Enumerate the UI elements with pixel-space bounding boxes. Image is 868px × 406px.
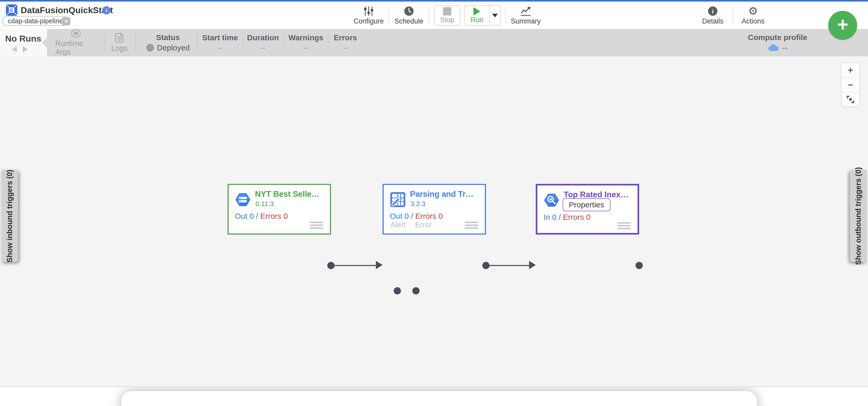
- node-parsing-transform[interactable]: Parsing and Tr… 3.2.3 Out 0 / Errors 0 A…: [382, 184, 486, 235]
- outbound-triggers-tab[interactable]: Show outbound triggers (0): [850, 170, 866, 262]
- node-metrics: Out 0 / Errors 0: [390, 212, 443, 221]
- node2-alert-port[interactable]: [394, 287, 401, 294]
- no-runs-label: No Runs: [5, 34, 41, 44]
- status-value: Deployed: [157, 43, 190, 52]
- errors-value: --: [343, 44, 348, 52]
- add-tag-button[interactable]: +: [62, 17, 70, 25]
- details-button[interactable]: i Details: [698, 6, 728, 25]
- run-navigation-flag: No Runs: [0, 29, 47, 56]
- compute-profile-value-row: --: [768, 43, 787, 52]
- edge-arrowhead-icon: [376, 261, 382, 269]
- duration-label: Duration: [247, 33, 279, 42]
- sliders-icon: [363, 6, 374, 16]
- node1-output-port[interactable]: [327, 262, 335, 269]
- node-version: 0.11.3: [255, 200, 274, 208]
- run-level-bar: No Runs M Runtime Args Logs Status Deplo…: [0, 29, 868, 56]
- alert-port-label: Alert: [390, 221, 406, 229]
- runbar-separator: [104, 34, 105, 52]
- zoom-out-button[interactable]: −: [842, 77, 859, 92]
- toolbar-separator: [733, 7, 733, 24]
- inbound-triggers-tab[interactable]: Show inbound triggers (0): [2, 170, 18, 262]
- error-port-label: Error: [415, 221, 432, 229]
- node-title: NYT Best Selle…: [255, 190, 319, 199]
- start-time-label: Start time: [202, 33, 238, 42]
- runbar-separator: [135, 34, 135, 52]
- document-icon: [115, 33, 123, 42]
- compute-profile-value: --: [782, 43, 787, 52]
- edge-node2-node3: [486, 265, 529, 266]
- node-title: Parsing and Tr…: [410, 190, 473, 199]
- configure-label: Configure: [353, 17, 383, 25]
- compute-profile-label: Compute profile: [748, 33, 807, 42]
- pipeline-toolbar-right: i Details ⚙ Actions: [698, 4, 768, 27]
- in-metric[interactable]: In 0: [544, 213, 556, 221]
- zoom-in-button[interactable]: +: [842, 63, 859, 77]
- fit-to-screen-button[interactable]: [842, 92, 859, 106]
- actions-label: Actions: [742, 17, 765, 25]
- metric-separator: /: [411, 212, 413, 220]
- edge-node1-node2: [331, 265, 376, 266]
- toolbar-separator: [505, 7, 506, 24]
- node-port-labels: Alert Error: [390, 221, 432, 229]
- previous-run-button[interactable]: [12, 46, 17, 53]
- node-menu-button[interactable]: [310, 222, 323, 229]
- fit-screen-icon: [846, 96, 854, 103]
- bottom-panel-edge: [0, 386, 868, 406]
- canvas-zoom-controls: + −: [841, 63, 860, 107]
- runtime-args-button[interactable]: M Runtime Args: [55, 29, 97, 56]
- add-plugin-button[interactable]: +: [828, 11, 857, 40]
- wrangler-transform-icon: [390, 192, 406, 208]
- start-time-column: Start time --: [199, 29, 241, 56]
- node-nyt-best-sellers[interactable]: NYT Best Selle… 0.11.3 Out 0 / Errors 0: [227, 184, 331, 235]
- run-button[interactable]: Run: [464, 6, 489, 25]
- pipeline-info-icon[interactable]: i: [102, 6, 111, 14]
- out-metric[interactable]: Out 0: [235, 212, 254, 220]
- info-icon: i: [708, 6, 718, 16]
- stop-icon: [443, 7, 451, 15]
- configure-button[interactable]: Configure: [353, 6, 384, 25]
- stop-button[interactable]: Stop: [434, 5, 460, 26]
- node2-output-port[interactable]: [482, 262, 490, 269]
- errors-metric[interactable]: Errors 0: [563, 213, 591, 221]
- inbound-triggers-label: Show inbound triggers (0): [6, 169, 14, 262]
- pipeline-canvas[interactable]: + − Show inbound triggers (0) Show outbo…: [0, 56, 868, 386]
- status-block: Status Deployed: [145, 29, 191, 56]
- toolbar-separator: [389, 7, 389, 24]
- duration-value: --: [261, 44, 266, 52]
- edge-arrowhead-icon: [529, 261, 536, 269]
- run-options-dropdown[interactable]: [489, 6, 500, 25]
- chart-line-icon: [520, 6, 531, 16]
- node-metrics: In 0 / Errors 0: [544, 213, 591, 222]
- logs-button[interactable]: Logs: [106, 29, 132, 56]
- node-menu-button[interactable]: [465, 222, 478, 229]
- pipeline-logo-icon: E: [6, 4, 18, 16]
- details-label: Details: [702, 17, 723, 25]
- errors-metric[interactable]: Errors 0: [415, 212, 443, 220]
- node-top-rated-sink[interactable]: Top Rated Inex… Properties In 0 / Errors…: [536, 184, 639, 235]
- schedule-button[interactable]: Schedule: [394, 6, 424, 25]
- node2-error-port[interactable]: [412, 287, 420, 294]
- warnings-column: Warnings --: [285, 29, 327, 56]
- summary-label: Summary: [511, 17, 541, 25]
- schedule-label: Schedule: [395, 17, 424, 25]
- pipeline-toolbar: Configure Schedule Stop Run: [353, 4, 541, 27]
- node-menu-button[interactable]: [617, 222, 631, 229]
- runbar-separator: [284, 34, 284, 52]
- outbound-triggers-label: Show outbound triggers (0): [854, 167, 863, 265]
- toolbar-separator: [429, 7, 429, 24]
- metric-separator: /: [256, 212, 258, 220]
- node3-output-port[interactable]: [636, 262, 643, 269]
- actions-button[interactable]: ⚙ Actions: [738, 6, 768, 25]
- stop-label: Stop: [440, 16, 455, 24]
- status-value-row: Deployed: [146, 43, 190, 52]
- warnings-label: Warnings: [288, 33, 323, 42]
- summary-button[interactable]: Summary: [510, 6, 541, 25]
- out-metric[interactable]: Out 0: [390, 212, 409, 220]
- gear-icon: ⚙: [748, 6, 758, 16]
- svg-text:E: E: [10, 8, 13, 13]
- properties-button[interactable]: Properties: [563, 198, 611, 211]
- status-label: Status: [156, 33, 180, 42]
- next-run-button[interactable]: [23, 46, 28, 53]
- errors-metric[interactable]: Errors 0: [260, 212, 288, 220]
- compute-profile-block[interactable]: Compute profile --: [747, 29, 809, 56]
